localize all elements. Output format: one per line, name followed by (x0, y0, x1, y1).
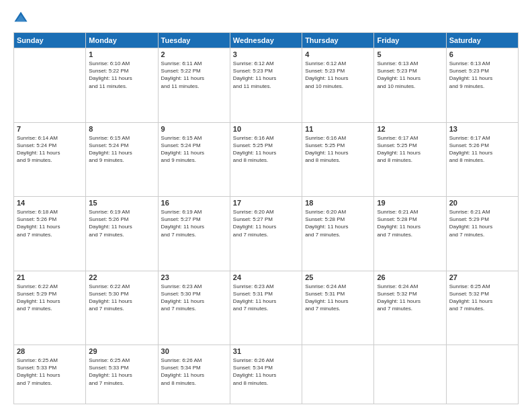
day-info: Sunrise: 6:22 AM Sunset: 5:30 PM Dayligh… (89, 283, 154, 313)
calendar-cell (446, 345, 518, 404)
day-number: 19 (377, 199, 443, 207)
calendar-cell: 30Sunrise: 6:26 AM Sunset: 5:34 PM Dayli… (158, 345, 230, 404)
calendar-cell: 22Sunrise: 6:22 AM Sunset: 5:30 PM Dayli… (86, 271, 158, 345)
calendar-cell (374, 345, 446, 404)
calendar-cell: 2Sunrise: 6:11 AM Sunset: 5:22 PM Daylig… (158, 48, 230, 123)
day-number: 13 (449, 125, 515, 133)
logo (13, 11, 31, 26)
calendar-cell: 10Sunrise: 6:16 AM Sunset: 5:25 PM Dayli… (230, 122, 302, 197)
header-cell-wednesday: Wednesday (230, 33, 302, 48)
header-cell-tuesday: Tuesday (158, 33, 230, 48)
day-info: Sunrise: 6:25 AM Sunset: 5:33 PM Dayligh… (17, 357, 83, 387)
day-number: 5 (377, 50, 443, 58)
calendar-cell: 31Sunrise: 6:26 AM Sunset: 5:34 PM Dayli… (230, 345, 302, 404)
page: SundayMondayTuesdayWednesdayThursdayFrid… (0, 0, 532, 411)
calendar-cell: 7Sunrise: 6:14 AM Sunset: 5:24 PM Daylig… (14, 122, 86, 197)
day-number: 26 (377, 273, 443, 281)
day-info: Sunrise: 6:25 AM Sunset: 5:33 PM Dayligh… (89, 357, 154, 387)
week-row-1: 1Sunrise: 6:10 AM Sunset: 5:22 PM Daylig… (14, 48, 519, 123)
calendar-cell: 27Sunrise: 6:25 AM Sunset: 5:32 PM Dayli… (446, 271, 518, 345)
calendar-cell: 1Sunrise: 6:10 AM Sunset: 5:22 PM Daylig… (86, 48, 158, 123)
day-info: Sunrise: 6:24 AM Sunset: 5:32 PM Dayligh… (377, 283, 443, 313)
header-cell-friday: Friday (374, 33, 446, 48)
day-info: Sunrise: 6:24 AM Sunset: 5:31 PM Dayligh… (305, 283, 371, 313)
day-number: 15 (89, 199, 154, 207)
day-number: 3 (233, 50, 299, 58)
day-number: 25 (305, 273, 371, 281)
day-info: Sunrise: 6:16 AM Sunset: 5:25 PM Dayligh… (305, 134, 371, 165)
calendar-cell: 29Sunrise: 6:25 AM Sunset: 5:33 PM Dayli… (86, 345, 158, 404)
day-info: Sunrise: 6:22 AM Sunset: 5:29 PM Dayligh… (17, 283, 83, 313)
calendar-cell: 13Sunrise: 6:17 AM Sunset: 5:26 PM Dayli… (446, 122, 518, 197)
day-number: 21 (17, 273, 83, 281)
calendar-cell (14, 48, 86, 123)
day-number: 22 (89, 273, 154, 281)
header-cell-sunday: Sunday (14, 33, 86, 48)
calendar-cell: 26Sunrise: 6:24 AM Sunset: 5:32 PM Dayli… (374, 271, 446, 345)
day-number: 1 (89, 50, 154, 58)
day-info: Sunrise: 6:11 AM Sunset: 5:22 PM Dayligh… (161, 60, 227, 90)
day-info: Sunrise: 6:21 AM Sunset: 5:28 PM Dayligh… (377, 208, 443, 238)
day-info: Sunrise: 6:21 AM Sunset: 5:29 PM Dayligh… (449, 208, 515, 238)
week-row-5: 28Sunrise: 6:25 AM Sunset: 5:33 PM Dayli… (14, 345, 519, 404)
calendar-cell: 4Sunrise: 6:12 AM Sunset: 5:23 PM Daylig… (302, 48, 374, 123)
day-number: 12 (377, 125, 443, 133)
week-row-2: 7Sunrise: 6:14 AM Sunset: 5:24 PM Daylig… (14, 122, 519, 197)
calendar-cell (302, 345, 374, 404)
day-info: Sunrise: 6:18 AM Sunset: 5:26 PM Dayligh… (17, 208, 83, 238)
calendar-cell: 9Sunrise: 6:15 AM Sunset: 5:24 PM Daylig… (158, 122, 230, 197)
calendar-cell: 18Sunrise: 6:20 AM Sunset: 5:28 PM Dayli… (302, 197, 374, 271)
day-info: Sunrise: 6:20 AM Sunset: 5:27 PM Dayligh… (233, 208, 299, 238)
calendar-cell: 21Sunrise: 6:22 AM Sunset: 5:29 PM Dayli… (14, 271, 86, 345)
day-info: Sunrise: 6:23 AM Sunset: 5:31 PM Dayligh… (233, 283, 299, 313)
calendar-cell: 24Sunrise: 6:23 AM Sunset: 5:31 PM Dayli… (230, 271, 302, 345)
day-number: 6 (449, 50, 515, 58)
calendar-cell: 12Sunrise: 6:17 AM Sunset: 5:25 PM Dayli… (374, 122, 446, 197)
day-info: Sunrise: 6:20 AM Sunset: 5:28 PM Dayligh… (305, 208, 371, 238)
calendar-cell: 23Sunrise: 6:23 AM Sunset: 5:30 PM Dayli… (158, 271, 230, 345)
day-number: 4 (305, 50, 371, 58)
day-number: 31 (233, 347, 299, 355)
day-info: Sunrise: 6:10 AM Sunset: 5:22 PM Dayligh… (89, 60, 154, 90)
day-number: 18 (305, 199, 371, 207)
calendar-cell: 5Sunrise: 6:13 AM Sunset: 5:23 PM Daylig… (374, 48, 446, 123)
day-info: Sunrise: 6:23 AM Sunset: 5:30 PM Dayligh… (161, 283, 227, 313)
day-number: 17 (233, 199, 299, 207)
day-info: Sunrise: 6:15 AM Sunset: 5:24 PM Dayligh… (161, 134, 227, 165)
header-cell-saturday: Saturday (446, 33, 518, 48)
calendar: SundayMondayTuesdayWednesdayThursdayFrid… (13, 32, 519, 404)
day-number: 30 (161, 347, 227, 355)
day-info: Sunrise: 6:25 AM Sunset: 5:32 PM Dayligh… (449, 283, 515, 313)
week-row-3: 14Sunrise: 6:18 AM Sunset: 5:26 PM Dayli… (14, 197, 519, 271)
day-info: Sunrise: 6:16 AM Sunset: 5:25 PM Dayligh… (233, 134, 299, 165)
calendar-cell: 3Sunrise: 6:12 AM Sunset: 5:23 PM Daylig… (230, 48, 302, 123)
calendar-cell: 14Sunrise: 6:18 AM Sunset: 5:26 PM Dayli… (14, 197, 86, 271)
header-cell-thursday: Thursday (302, 33, 374, 48)
day-number: 10 (233, 125, 299, 133)
day-number: 16 (161, 199, 227, 207)
calendar-cell: 28Sunrise: 6:25 AM Sunset: 5:33 PM Dayli… (14, 345, 86, 404)
calendar-cell: 11Sunrise: 6:16 AM Sunset: 5:25 PM Dayli… (302, 122, 374, 197)
header-cell-monday: Monday (86, 33, 158, 48)
day-info: Sunrise: 6:12 AM Sunset: 5:23 PM Dayligh… (233, 60, 299, 90)
day-info: Sunrise: 6:17 AM Sunset: 5:25 PM Dayligh… (377, 134, 443, 165)
calendar-cell: 6Sunrise: 6:13 AM Sunset: 5:23 PM Daylig… (446, 48, 518, 123)
day-info: Sunrise: 6:17 AM Sunset: 5:26 PM Dayligh… (449, 134, 515, 165)
day-number: 28 (17, 347, 83, 355)
day-number: 11 (305, 125, 371, 133)
day-number: 20 (449, 199, 515, 207)
calendar-cell: 15Sunrise: 6:19 AM Sunset: 5:26 PM Dayli… (86, 197, 158, 271)
day-info: Sunrise: 6:26 AM Sunset: 5:34 PM Dayligh… (161, 357, 227, 387)
calendar-cell: 25Sunrise: 6:24 AM Sunset: 5:31 PM Dayli… (302, 271, 374, 345)
day-number: 7 (17, 125, 83, 133)
day-number: 14 (17, 199, 83, 207)
day-info: Sunrise: 6:26 AM Sunset: 5:34 PM Dayligh… (233, 357, 299, 387)
day-info: Sunrise: 6:12 AM Sunset: 5:23 PM Dayligh… (305, 60, 371, 90)
day-info: Sunrise: 6:13 AM Sunset: 5:23 PM Dayligh… (377, 60, 443, 90)
day-number: 27 (449, 273, 515, 281)
calendar-cell: 16Sunrise: 6:19 AM Sunset: 5:27 PM Dayli… (158, 197, 230, 271)
calendar-cell: 8Sunrise: 6:15 AM Sunset: 5:24 PM Daylig… (86, 122, 158, 197)
day-info: Sunrise: 6:14 AM Sunset: 5:24 PM Dayligh… (17, 134, 83, 165)
day-number: 8 (89, 125, 154, 133)
day-number: 23 (161, 273, 227, 281)
